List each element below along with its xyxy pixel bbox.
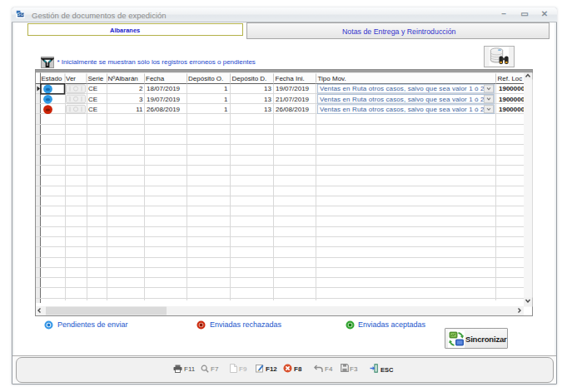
svg-text:Ref. Loc: Ref. Loc: [498, 75, 523, 82]
svg-text:19/07/2019: 19/07/2019: [276, 85, 310, 92]
svg-text:26/08/2019: 26/08/2019: [276, 106, 310, 113]
svg-text:Estado: Estado: [42, 75, 62, 82]
svg-text:1: 1: [224, 85, 228, 92]
svg-text:CE: CE: [88, 106, 97, 113]
svg-text:Ver: Ver: [66, 75, 76, 82]
svg-text:CE: CE: [88, 85, 97, 92]
svg-text:1: 1: [224, 106, 228, 113]
svg-text:NºAlbarán: NºAlbarán: [108, 75, 138, 82]
svg-text:2: 2: [139, 85, 143, 92]
svg-text:3: 3: [139, 96, 143, 103]
svg-text:Depósito D.: Depósito D.: [232, 75, 267, 82]
svg-text:13: 13: [264, 85, 271, 92]
svg-text:21/07/2019: 21/07/2019: [276, 96, 310, 103]
svg-text:13: 13: [264, 106, 271, 113]
svg-text:Fecha Ini.: Fecha Ini.: [276, 75, 305, 82]
svg-text:1: 1: [224, 96, 228, 103]
svg-text:11: 11: [136, 106, 143, 113]
svg-text:Depósito O.: Depósito O.: [188, 75, 223, 82]
svg-text:Ventas en Ruta otros casos, sa: Ventas en Ruta otros casos, salvo que se…: [320, 96, 485, 103]
svg-text:SG: SG: [17, 12, 24, 17]
svg-text:Tipo Mov.: Tipo Mov.: [318, 75, 346, 82]
svg-text:Ventas en Ruta otros casos, sa: Ventas en Ruta otros casos, salvo que se…: [320, 106, 485, 113]
svg-text:18/07/2019: 18/07/2019: [147, 85, 181, 92]
svg-text:19/07/2019: 19/07/2019: [147, 96, 181, 103]
svg-text:13: 13: [264, 96, 271, 103]
svg-text:Fecha: Fecha: [146, 75, 165, 82]
svg-text:26/08/2019: 26/08/2019: [147, 106, 181, 113]
svg-text:CE: CE: [88, 96, 97, 103]
svg-text:Serie: Serie: [88, 75, 104, 82]
svg-text:Ventas en Ruta otros casos, sa: Ventas en Ruta otros casos, salvo que se…: [320, 85, 485, 92]
